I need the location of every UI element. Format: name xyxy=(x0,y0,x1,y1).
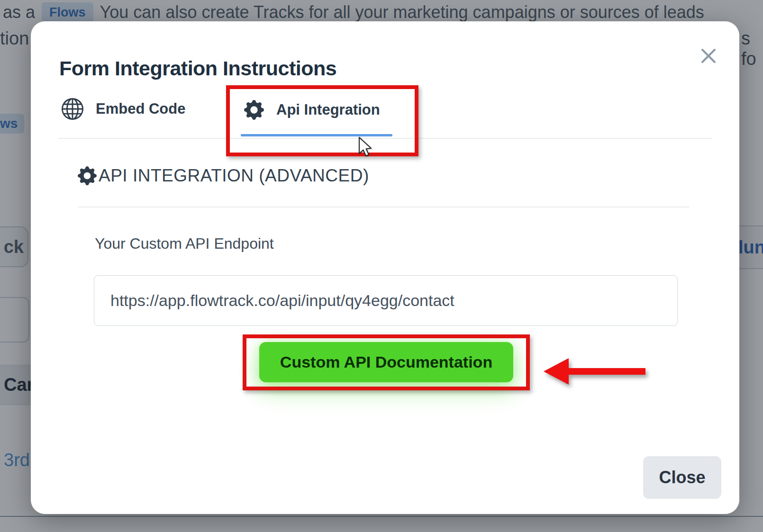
section-divider xyxy=(78,207,690,207)
tab-embed-code-label: Embed Code xyxy=(96,100,185,117)
section-heading: API INTEGRATION (ADVANCED) xyxy=(78,166,369,186)
endpoint-input[interactable] xyxy=(94,275,678,326)
arrow-left-icon xyxy=(539,353,649,389)
x-icon xyxy=(699,47,718,65)
globe-icon xyxy=(62,98,83,120)
tab-embed-code[interactable]: Embed Code xyxy=(62,96,185,122)
modal-close-button[interactable] xyxy=(695,43,722,69)
close-button[interactable]: Close xyxy=(643,456,721,499)
mouse-cursor-icon xyxy=(356,136,375,159)
endpoint-label: Your Custom API Endpoint xyxy=(95,235,274,252)
screen: as a Flows You can also create Tracks fo… xyxy=(0,0,763,532)
annotation-box-button xyxy=(243,334,530,390)
gear-icon xyxy=(78,166,97,185)
annotation-box-tab xyxy=(226,85,418,156)
section-heading-label: API INTEGRATION (ADVANCED) xyxy=(99,166,369,186)
modal-title: Form Integration Instructions xyxy=(59,57,336,80)
